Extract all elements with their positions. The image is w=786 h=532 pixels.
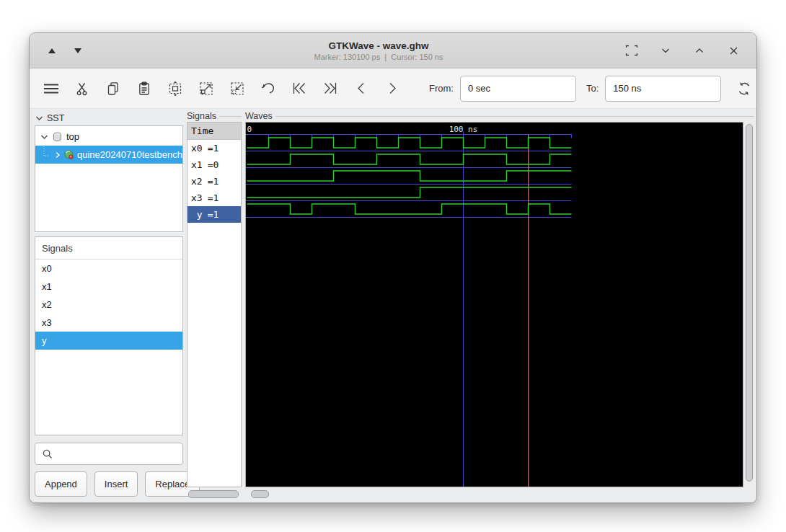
waves-hscrollbar-thumb[interactable]: [251, 490, 269, 498]
scissors-icon: [74, 81, 90, 97]
chevron-down-icon: [660, 45, 671, 56]
signals-value-list: Time x0=1 x1=0 x2=1 x3=1 y=1: [187, 122, 242, 487]
hamburger-menu-icon: [43, 81, 60, 97]
signal-name: x2: [42, 299, 52, 310]
sst-header[interactable]: SST: [35, 110, 183, 125]
tree-item-label: quine20240710testbench: [77, 149, 182, 160]
signal-search[interactable]: [35, 443, 183, 465]
to-input[interactable]: [605, 76, 721, 102]
toolbar: From: To:: [30, 68, 756, 109]
cut-button[interactable]: [72, 77, 92, 100]
shift-up-button[interactable]: [47, 45, 57, 56]
signal-value: =1: [208, 176, 219, 187]
waves-vscrollbar[interactable]: [743, 122, 754, 487]
signal-search-input[interactable]: [58, 443, 187, 465]
gtkwave-window: GTKWave - wave.ghw Marker: 130100 ps | C…: [29, 32, 757, 503]
paste-button[interactable]: [134, 77, 154, 100]
triangle-down-icon: [74, 48, 81, 53]
waves-frame-label: Waves: [245, 111, 273, 121]
signal-name: x0: [191, 143, 203, 154]
waves-panel: Waves 0100 ns: [245, 110, 754, 498]
undo-arrow-icon: [260, 80, 277, 97]
step-left-button[interactable]: [351, 77, 371, 100]
signal-value: =1: [208, 143, 219, 154]
to-label: To:: [586, 83, 599, 94]
signal-action-buttons: Append Insert Replace: [35, 471, 183, 497]
time-header[interactable]: Time: [187, 123, 241, 140]
tree-guide-line: [43, 146, 51, 164]
skip-to-end-button[interactable]: [320, 77, 340, 100]
chevron-right-icon: [384, 80, 400, 97]
sst-sidebar: SST top: [35, 110, 183, 498]
signal-row-x3[interactable]: x3=1: [187, 190, 241, 206]
close-button[interactable]: [726, 43, 741, 58]
tree-item-testbench[interactable]: quine20240710testbench: [35, 146, 182, 164]
chevron-up-icon: [694, 45, 705, 56]
svg-text:0: 0: [247, 125, 252, 134]
copy-icon: [105, 81, 121, 97]
signals-frame-label: Signals: [187, 111, 216, 121]
zoom-out-icon: [229, 80, 246, 97]
copy-button[interactable]: [103, 77, 123, 100]
zoom-in-button[interactable]: [196, 77, 216, 100]
signal-row-x1[interactable]: x1=0: [187, 156, 241, 173]
waves-vscrollbar-thumb[interactable]: [746, 124, 753, 482]
step-right-button[interactable]: [382, 77, 402, 100]
signal-list-item-y[interactable]: y: [35, 332, 182, 350]
zoom-out-button[interactable]: [227, 77, 247, 100]
signal-list-item-x0[interactable]: x0: [35, 260, 182, 278]
minimize-button[interactable]: [658, 43, 673, 58]
undo-button[interactable]: [258, 77, 278, 100]
tree-item-label: top: [66, 131, 79, 142]
signal-name: x3: [42, 317, 52, 328]
sst-header-label: SST: [47, 113, 64, 123]
clipboard-paste-icon: [136, 81, 152, 97]
signals-column: Signals Time x0=1 x1=0 x2=1 x3=1 y=1: [187, 110, 242, 498]
signal-row-y[interactable]: y=1: [187, 206, 241, 223]
skip-to-start-button[interactable]: [289, 77, 309, 100]
signal-list-item-x1[interactable]: x1: [35, 278, 182, 296]
signal-name: x1: [191, 159, 203, 170]
waveform-canvas[interactable]: 0100 ns: [245, 122, 743, 487]
maximize-button[interactable]: [692, 43, 707, 58]
zoom-in-icon: [198, 80, 215, 97]
signal-value: =1: [208, 209, 219, 220]
sst-signals-list: Signals x0 x1 x2 x3 y: [35, 236, 183, 435]
titlebar[interactable]: GTKWave - wave.ghw Marker: 130100 ps | C…: [30, 33, 756, 68]
window-title: GTKWave - wave.ghw: [116, 40, 641, 51]
signal-list-item-x3[interactable]: x3: [35, 314, 182, 332]
reload-icon: [736, 80, 753, 97]
expander-down-icon: [35, 115, 43, 122]
module-cylinder-icon: [53, 132, 62, 142]
zoom-fit-icon: [167, 80, 184, 97]
signal-name: x3: [191, 192, 203, 203]
signals-hscrollbar[interactable]: [187, 489, 242, 498]
signal-row-x2[interactable]: x2=1: [187, 173, 241, 190]
shift-down-button[interactable]: [73, 45, 83, 56]
signal-list-item-x2[interactable]: x2: [35, 296, 182, 314]
search-icon: [41, 448, 53, 460]
svg-text:100 ns: 100 ns: [449, 125, 478, 134]
tree-item-top[interactable]: top: [35, 128, 182, 146]
fit-window-button[interactable]: [624, 43, 639, 58]
zoom-fit-button[interactable]: [165, 77, 185, 100]
signals-list-header: Signals: [35, 237, 182, 260]
insert-button[interactable]: Insert: [94, 471, 138, 497]
signal-row-x0[interactable]: x0=1: [187, 140, 241, 156]
skip-to-end-icon: [322, 80, 339, 97]
append-button[interactable]: Append: [35, 471, 87, 497]
signal-name: x2: [191, 176, 203, 187]
waveform-svg[interactable]: 0100 ns: [246, 123, 743, 487]
menu-button[interactable]: [41, 77, 61, 100]
chevron-left-icon: [353, 80, 369, 97]
expander-right-icon: [54, 151, 61, 159]
from-input[interactable]: [460, 76, 576, 102]
signal-name: y: [42, 335, 47, 346]
signal-name: x0: [42, 263, 52, 274]
fit-window-icon: [625, 45, 638, 56]
signals-hscrollbar-thumb[interactable]: [188, 490, 239, 498]
waves-hscrollbar[interactable]: [245, 489, 754, 498]
signal-name: y: [191, 209, 203, 220]
reload-button[interactable]: [734, 77, 754, 100]
testbench-icon: [64, 150, 74, 160]
